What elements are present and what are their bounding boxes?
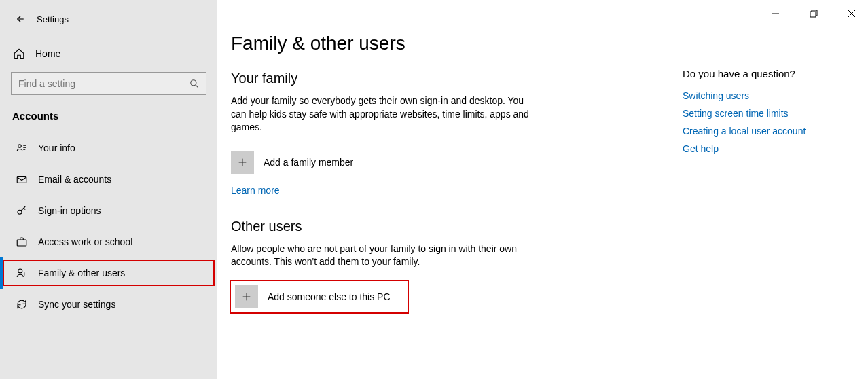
home-icon [12,48,26,60]
home-nav[interactable]: Home [0,41,217,67]
arrow-left-icon [13,13,25,25]
search-input[interactable] [18,78,172,89]
home-label: Home [35,48,60,59]
plus-icon [235,285,258,308]
nav-family-other-users[interactable]: Family & other users [0,257,217,289]
app-title: Settings [37,14,69,24]
svg-rect-6 [810,12,816,17]
nav-your-info[interactable]: Your info [0,132,217,164]
help-link-local-account[interactable]: Creating a local user account [683,126,846,137]
plus-icon [231,151,254,174]
mail-icon [15,173,29,185]
nav-list: Your info Email & accounts Sign-in optio… [0,132,217,320]
other-desc: Allow people who are not part of your fa… [231,242,530,269]
svg-rect-4 [17,240,26,246]
nav-sync-settings[interactable]: Sync your settings [0,289,217,320]
nav-label: Sign-in options [38,205,101,216]
nav-signin-options[interactable]: Sign-in options [0,195,217,226]
svg-point-1 [18,145,22,148]
add-someone-else-button[interactable]: Add someone else to this PC [231,281,408,312]
sync-icon [15,298,29,310]
search-box[interactable] [11,72,206,95]
person-card-icon [15,142,29,154]
help-pane: Do you have a question? Switching users … [683,68,846,161]
family-heading: Your family [231,71,652,86]
window-controls [766,4,861,23]
other-heading: Other users [231,219,652,234]
nav-label: Email & accounts [38,174,111,185]
svg-point-0 [191,80,196,86]
learn-more-link[interactable]: Learn more [231,185,280,196]
nav-access-work[interactable]: Access work or school [0,226,217,257]
main-content: Family & other users Your family Add you… [231,33,652,312]
close-icon [848,10,856,18]
sidebar: Settings Home Accounts Your info Email &… [0,0,217,379]
search-icon [189,79,199,88]
nav-label: Family & other users [38,268,125,278]
page-title: Family & other users [231,33,652,54]
nav-label: Access work or school [38,236,132,247]
people-icon [15,267,29,279]
svg-rect-2 [17,177,26,183]
minimize-button[interactable] [766,4,785,23]
back-button[interactable] [5,5,33,33]
nav-label: Sync your settings [38,299,115,310]
maximize-button[interactable] [804,4,823,23]
svg-point-3 [18,210,22,214]
help-link-screen-time[interactable]: Setting screen time limits [683,108,846,119]
briefcase-icon [15,236,29,248]
minimize-icon [772,10,780,18]
category-label: Accounts [0,101,217,127]
svg-point-5 [18,269,22,273]
family-desc: Add your family so everybody gets their … [231,94,530,134]
add-family-member-button[interactable]: Add a family member [231,147,530,178]
help-link-switching-users[interactable]: Switching users [683,90,846,101]
key-icon [15,204,29,217]
add-someone-label: Add someone else to this PC [268,291,391,302]
maximize-icon [810,10,818,18]
help-heading: Do you have a question? [683,68,846,79]
add-family-label: Add a family member [264,157,353,168]
nav-email-accounts[interactable]: Email & accounts [0,164,217,195]
help-link-get-help[interactable]: Get help [683,143,846,154]
close-button[interactable] [842,4,861,23]
titlebar: Settings [0,5,217,33]
nav-label: Your info [38,143,75,154]
